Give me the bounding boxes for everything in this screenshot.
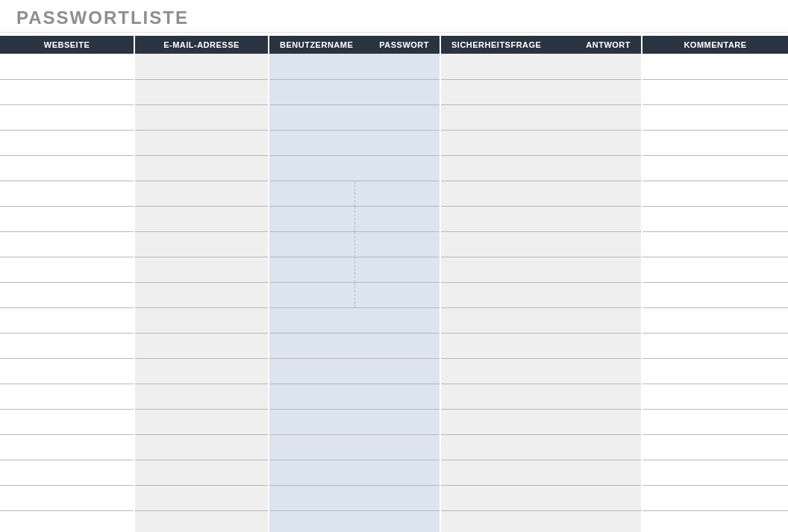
cell-benutzername[interactable] (269, 181, 354, 206)
cell-benutzername[interactable] (269, 104, 354, 130)
cell-sicherheitsfrage[interactable] (440, 485, 556, 510)
cell-sicherheitsfrage[interactable] (440, 257, 556, 282)
cell-webseite[interactable] (0, 510, 134, 532)
cell-antwort[interactable] (556, 231, 642, 257)
cell-email[interactable] (134, 282, 269, 307)
cell-kommentare[interactable] (642, 307, 788, 333)
cell-kommentare[interactable] (642, 130, 788, 155)
cell-sicherheitsfrage[interactable] (440, 510, 556, 532)
cell-webseite[interactable] (0, 434, 134, 460)
cell-webseite[interactable] (0, 282, 134, 307)
cell-kommentare[interactable] (642, 257, 788, 282)
cell-kommentare[interactable] (642, 231, 788, 257)
cell-sicherheitsfrage[interactable] (440, 384, 556, 409)
cell-antwort[interactable] (556, 358, 642, 384)
cell-benutzername[interactable] (269, 282, 354, 307)
cell-passwort[interactable] (354, 181, 440, 206)
cell-webseite[interactable] (0, 130, 134, 155)
cell-webseite[interactable] (0, 460, 134, 485)
cell-webseite[interactable] (0, 54, 134, 79)
cell-sicherheitsfrage[interactable] (440, 333, 556, 358)
cell-antwort[interactable] (556, 333, 642, 358)
cell-antwort[interactable] (556, 434, 642, 460)
cell-sicherheitsfrage[interactable] (440, 155, 556, 181)
cell-sicherheitsfrage[interactable] (440, 104, 556, 130)
cell-sicherheitsfrage[interactable] (440, 307, 556, 333)
cell-sicherheitsfrage[interactable] (440, 79, 556, 104)
cell-webseite[interactable] (0, 358, 134, 384)
cell-webseite[interactable] (0, 333, 134, 358)
cell-passwort[interactable] (354, 460, 440, 485)
cell-antwort[interactable] (556, 460, 642, 485)
cell-benutzername[interactable] (269, 333, 354, 358)
cell-passwort[interactable] (354, 104, 440, 130)
cell-benutzername[interactable] (269, 434, 354, 460)
cell-webseite[interactable] (0, 485, 134, 510)
cell-benutzername[interactable] (269, 54, 354, 79)
cell-antwort[interactable] (556, 130, 642, 155)
cell-webseite[interactable] (0, 409, 134, 434)
cell-email[interactable] (134, 257, 269, 282)
cell-antwort[interactable] (556, 409, 642, 434)
cell-kommentare[interactable] (642, 181, 788, 206)
cell-benutzername[interactable] (269, 206, 354, 231)
cell-passwort[interactable] (354, 54, 440, 79)
cell-antwort[interactable] (556, 384, 642, 409)
cell-passwort[interactable] (354, 358, 440, 384)
cell-passwort[interactable] (354, 434, 440, 460)
cell-passwort[interactable] (354, 307, 440, 333)
cell-email[interactable] (134, 333, 269, 358)
cell-antwort[interactable] (556, 257, 642, 282)
cell-email[interactable] (134, 409, 269, 434)
cell-benutzername[interactable] (269, 257, 354, 282)
cell-kommentare[interactable] (642, 358, 788, 384)
cell-passwort[interactable] (354, 231, 440, 257)
cell-kommentare[interactable] (642, 104, 788, 130)
cell-antwort[interactable] (556, 155, 642, 181)
cell-email[interactable] (134, 231, 269, 257)
cell-kommentare[interactable] (642, 79, 788, 104)
cell-sicherheitsfrage[interactable] (440, 231, 556, 257)
cell-kommentare[interactable] (642, 206, 788, 231)
cell-kommentare[interactable] (642, 155, 788, 181)
cell-kommentare[interactable] (642, 510, 788, 532)
cell-passwort[interactable] (354, 257, 440, 282)
cell-kommentare[interactable] (642, 384, 788, 409)
cell-email[interactable] (134, 104, 269, 130)
cell-benutzername[interactable] (269, 510, 354, 532)
cell-antwort[interactable] (556, 510, 642, 532)
cell-passwort[interactable] (354, 206, 440, 231)
cell-antwort[interactable] (556, 79, 642, 104)
cell-email[interactable] (134, 384, 269, 409)
cell-benutzername[interactable] (269, 130, 354, 155)
cell-antwort[interactable] (556, 307, 642, 333)
cell-webseite[interactable] (0, 155, 134, 181)
cell-passwort[interactable] (354, 384, 440, 409)
cell-kommentare[interactable] (642, 409, 788, 434)
cell-webseite[interactable] (0, 231, 134, 257)
cell-passwort[interactable] (354, 282, 440, 307)
cell-webseite[interactable] (0, 79, 134, 104)
cell-antwort[interactable] (556, 485, 642, 510)
cell-passwort[interactable] (354, 130, 440, 155)
cell-email[interactable] (134, 358, 269, 384)
cell-antwort[interactable] (556, 181, 642, 206)
cell-benutzername[interactable] (269, 155, 354, 181)
cell-antwort[interactable] (556, 54, 642, 79)
cell-email[interactable] (134, 307, 269, 333)
cell-benutzername[interactable] (269, 485, 354, 510)
cell-kommentare[interactable] (642, 460, 788, 485)
cell-webseite[interactable] (0, 257, 134, 282)
cell-kommentare[interactable] (642, 54, 788, 79)
cell-email[interactable] (134, 460, 269, 485)
cell-sicherheitsfrage[interactable] (440, 434, 556, 460)
cell-email[interactable] (134, 485, 269, 510)
cell-email[interactable] (134, 510, 269, 532)
cell-benutzername[interactable] (269, 460, 354, 485)
cell-antwort[interactable] (556, 282, 642, 307)
cell-email[interactable] (134, 79, 269, 104)
cell-sicherheitsfrage[interactable] (440, 130, 556, 155)
cell-sicherheitsfrage[interactable] (440, 181, 556, 206)
cell-sicherheitsfrage[interactable] (440, 54, 556, 79)
cell-kommentare[interactable] (642, 485, 788, 510)
